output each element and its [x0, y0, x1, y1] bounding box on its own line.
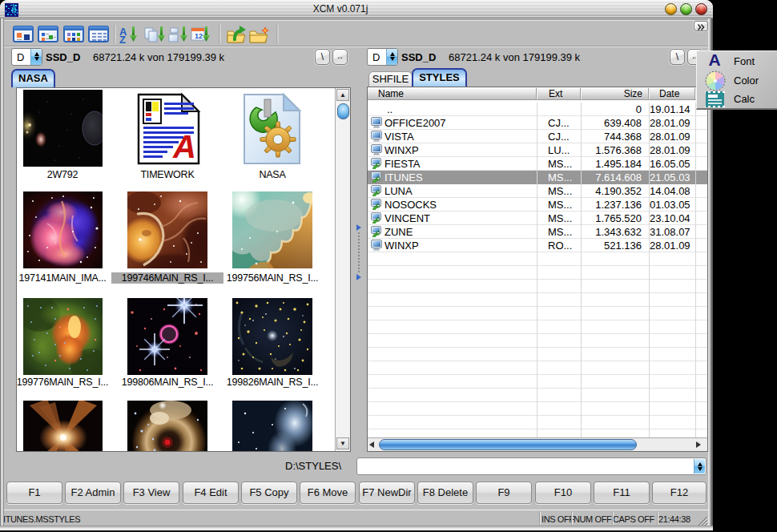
- svg-text:12: 12: [195, 32, 203, 40]
- svg-text:Z: Z: [119, 34, 126, 46]
- svg-text:A: A: [172, 129, 196, 164]
- svg-text:A: A: [708, 52, 720, 68]
